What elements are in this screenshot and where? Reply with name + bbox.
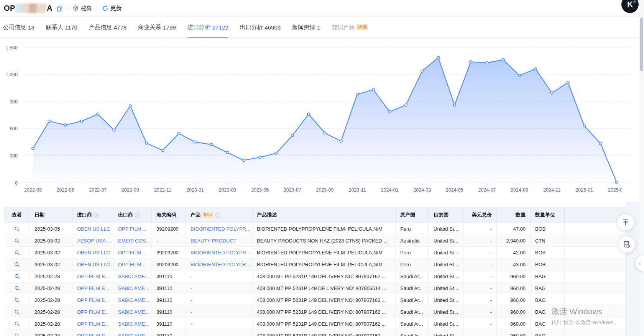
- column-header-dest: 目的国: [429, 207, 463, 223]
- cell-product[interactable]: -: [186, 282, 252, 294]
- cell-importer[interactable]: OPP FILM E...: [72, 294, 113, 306]
- info-icon[interactable]: i: [135, 213, 140, 218]
- copy-icon[interactable]: [56, 5, 63, 11]
- view-detail-button[interactable]: [4, 318, 30, 329]
- refresh-button[interactable]: 更新: [102, 5, 122, 12]
- cell-exporter[interactable]: SABIC AME...: [113, 318, 152, 329]
- cell-exporter[interactable]: SABIC AME...: [113, 282, 152, 294]
- view-detail-button[interactable]: [4, 259, 30, 270]
- view-detail-button[interactable]: [4, 270, 30, 282]
- table-row: 2025-03-02OBEN US LLCOPP FILM ...3920920…: [4, 258, 625, 270]
- data-point-marker: [324, 132, 326, 134]
- cell-product[interactable]: -: [186, 318, 252, 329]
- cell-exporter[interactable]: SABIC AME...: [113, 306, 152, 318]
- data-point-marker: [64, 124, 66, 126]
- cell-desc: BIORIENTED POLYPROPYLENE FILM- PELICULA,…: [252, 259, 396, 270]
- cell-product[interactable]: -: [186, 270, 252, 282]
- location-label: 秘鲁: [81, 5, 92, 12]
- y-axis-tick-label: 1,500: [6, 45, 18, 51]
- cell-product[interactable]: -: [186, 294, 252, 306]
- cell-product[interactable]: BEAUTY PRODUCT: [186, 235, 252, 246]
- cell-product[interactable]: BIOORIENTED POLYPR...: [186, 247, 252, 258]
- table-row: 2025-02-28OPP FILM E...SABIC AME...39111…: [4, 318, 625, 329]
- tab-count: 27122: [212, 24, 228, 31]
- column-header-desc: 产品描述: [252, 207, 396, 223]
- cell-blank: [565, 330, 626, 336]
- cell-importer[interactable]: OBEN US LLC: [72, 259, 113, 270]
- tab-product-info[interactable]: 产品信息4778: [89, 17, 127, 38]
- data-point-marker: [145, 142, 148, 144]
- cell-exporter[interactable]: SABIC AME...: [113, 270, 152, 282]
- cell-importer[interactable]: OBEN US LLC: [72, 247, 113, 258]
- data-point-marker: [275, 152, 277, 154]
- cell-hs: 39209200: [152, 223, 186, 234]
- table-row: 2025-02-28OPP FILM E...SABIC AME...39111…: [4, 270, 625, 282]
- scrollbar-thumb[interactable]: [640, 18, 643, 71]
- tab-label: 公司信息: [3, 24, 26, 31]
- view-detail-button[interactable]: [4, 247, 30, 258]
- cell-product[interactable]: -: [186, 330, 252, 336]
- info-icon[interactable]: i: [94, 213, 99, 218]
- company-title: OP A: [4, 3, 53, 13]
- location-button[interactable]: 秘鲁: [72, 5, 92, 12]
- avatar[interactable]: K: [621, 0, 639, 13]
- view-detail-button[interactable]: [4, 294, 30, 306]
- cell-exporter[interactable]: SABIC AME...: [113, 330, 152, 336]
- cell-importer[interactable]: OPP FILM E...: [72, 318, 113, 329]
- table-row: 2025-03-02OBEN US LLCOPP FILM ...3920920…: [4, 246, 625, 258]
- cell-dest: United St...: [429, 294, 463, 306]
- data-point-marker: [97, 113, 99, 115]
- import-trend-chart: 03006009001,2001,5002022-032022-052022-0…: [0, 38, 644, 207]
- cell-exporter[interactable]: OPP FILM ...: [113, 247, 152, 258]
- view-detail-button[interactable]: [4, 235, 30, 246]
- tab-label: 新闻舆情: [292, 24, 315, 31]
- cell-qty: 43.00: [497, 259, 531, 270]
- feedback-button[interactable]: [619, 236, 635, 252]
- view-detail-button[interactable]: [4, 282, 30, 294]
- cell-hs: 391110: [152, 306, 186, 318]
- tab-business-relations[interactable]: 商业关系1799: [138, 17, 176, 38]
- cell-blank: [565, 259, 626, 270]
- scrollbar-track[interactable]: [639, 0, 644, 336]
- data-point-marker: [210, 143, 212, 146]
- cell-origin: Peru: [396, 223, 429, 234]
- magnifier-icon: [14, 250, 20, 256]
- cell-exporter[interactable]: OPP FILM ...: [113, 223, 152, 234]
- tab-contacts[interactable]: 联系人1170: [46, 17, 77, 38]
- data-point-marker: [437, 56, 439, 59]
- cell-product[interactable]: BIOORIENTED POLYPR...: [186, 259, 252, 270]
- cell-product[interactable]: -: [186, 306, 252, 318]
- view-detail-button[interactable]: [4, 306, 30, 318]
- x-axis-tick-label: 2022-11: [154, 187, 171, 193]
- tab-label: 知识产权: [332, 24, 355, 31]
- column-header-label: 海关编码: [156, 211, 176, 218]
- cell-dest: United St...: [429, 330, 463, 336]
- magnifier-icon: [14, 262, 20, 267]
- cell-qty: 960.00: [497, 306, 531, 318]
- tab-count: 1799: [163, 24, 176, 31]
- tab-ip[interactable]: 知识产权内测: [332, 17, 368, 38]
- cell-importer[interactable]: OPP FILM E...: [72, 282, 113, 294]
- tab-import-analysis[interactable]: 进口分析27122: [187, 17, 228, 38]
- cell-exporter[interactable]: EMEIS COS...: [113, 235, 152, 246]
- tab-export-analysis[interactable]: 出口分析46909: [240, 17, 281, 38]
- tab-news[interactable]: 新闻舆情1: [292, 17, 320, 38]
- cell-importer[interactable]: OPP FILM E...: [72, 306, 113, 318]
- info-icon[interactable]: i: [215, 213, 220, 218]
- view-detail-button[interactable]: [4, 330, 30, 336]
- top-bar: OP A 秘鲁 更新 K: [0, 0, 644, 17]
- data-point-marker: [129, 105, 131, 107]
- tab-company-info[interactable]: 公司信息13: [3, 17, 34, 38]
- cell-exporter[interactable]: OPP FILM ...: [113, 259, 152, 270]
- view-detail-button[interactable]: [4, 223, 30, 234]
- column-header-unit: 数量单位: [531, 207, 565, 223]
- data-point-marker: [178, 133, 180, 135]
- cell-importer[interactable]: OPP FILM E...: [72, 330, 113, 336]
- back-to-top-button[interactable]: [618, 214, 634, 230]
- cell-importer[interactable]: OPP FILM E...: [72, 270, 113, 282]
- cell-exporter[interactable]: SABIC AME...: [113, 294, 152, 306]
- cell-importer[interactable]: AESOP USA ...: [72, 235, 113, 246]
- tab-count: 4778: [114, 24, 127, 31]
- cell-product[interactable]: BIOORIENTED POLYPR...: [186, 223, 252, 234]
- cell-importer[interactable]: OBEN US LLC: [72, 223, 113, 234]
